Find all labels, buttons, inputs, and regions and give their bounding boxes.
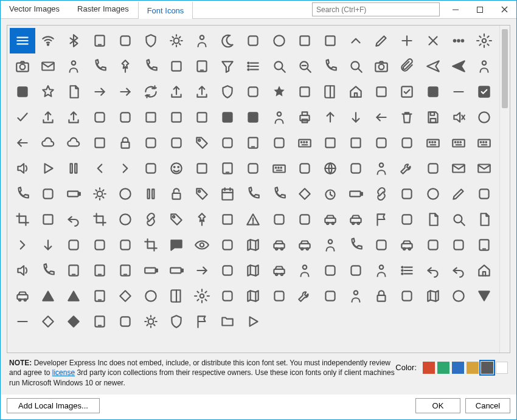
icon-checkbox-checked[interactable] bbox=[394, 79, 420, 105]
icon-shield-check[interactable] bbox=[164, 309, 189, 334]
color-swatch-0[interactable] bbox=[423, 362, 435, 374]
icon-link[interactable] bbox=[138, 207, 164, 232]
icon-cart[interactable] bbox=[317, 207, 343, 232]
icon-battery[interactable] bbox=[61, 181, 86, 207]
icon-align-right[interactable] bbox=[369, 130, 394, 156]
icon-call[interactable] bbox=[420, 232, 446, 258]
icon-ruler[interactable] bbox=[138, 232, 164, 258]
icon-panel-left[interactable] bbox=[138, 105, 164, 130]
icon-chat-filled[interactable] bbox=[164, 232, 189, 258]
icon-person[interactable] bbox=[189, 28, 215, 53]
icon-emoji-smile[interactable] bbox=[164, 156, 189, 181]
icon-edit-pencil[interactable] bbox=[369, 28, 394, 53]
icon-display[interactable] bbox=[240, 309, 266, 334]
icon-arrow-diag-down[interactable] bbox=[86, 105, 112, 130]
icon-favorite-square[interactable] bbox=[317, 28, 343, 53]
icon-document-filled[interactable] bbox=[61, 79, 86, 105]
icon-settings-gear[interactable] bbox=[471, 28, 497, 53]
icon-phone-voicemail[interactable] bbox=[446, 156, 471, 181]
icon-star-filled[interactable] bbox=[266, 79, 292, 105]
icon-send-filled[interactable] bbox=[446, 53, 471, 79]
icon-home-alt[interactable] bbox=[471, 258, 497, 283]
icon-play-circle[interactable] bbox=[138, 283, 164, 309]
icon-folder[interactable] bbox=[215, 309, 240, 334]
icon-walking-person[interactable] bbox=[471, 53, 497, 79]
icon-video-camera[interactable] bbox=[10, 53, 35, 79]
icon-list[interactable] bbox=[240, 53, 266, 79]
icon-drive-c[interactable] bbox=[138, 130, 164, 156]
icon-grid-filled-alt[interactable] bbox=[240, 105, 266, 130]
icon-phone-shield[interactable] bbox=[343, 232, 369, 258]
icon-keyboard[interactable] bbox=[446, 130, 471, 156]
icon-navigation[interactable] bbox=[240, 232, 266, 258]
icon-layers[interactable] bbox=[266, 283, 292, 309]
icon-rectangle-h[interactable] bbox=[189, 156, 215, 181]
color-swatch-4[interactable] bbox=[481, 362, 493, 374]
icon-ellipse-oval[interactable] bbox=[266, 28, 292, 53]
icon-square-filled[interactable] bbox=[420, 79, 446, 105]
icon-color-palette[interactable] bbox=[394, 181, 420, 207]
icon-briefcase-alt[interactable] bbox=[317, 283, 343, 309]
search-input[interactable] bbox=[312, 2, 440, 16]
icon-volume-mute[interactable] bbox=[446, 105, 471, 130]
icon-graduation-cap[interactable] bbox=[292, 207, 317, 232]
icon-upload[interactable] bbox=[189, 79, 215, 105]
icon-settings-sync[interactable] bbox=[189, 283, 215, 309]
icon-globe[interactable] bbox=[317, 156, 343, 181]
icon-tablet-alt[interactable] bbox=[86, 309, 112, 334]
icon-diamond-turn[interactable] bbox=[113, 283, 138, 309]
icon-print[interactable] bbox=[292, 105, 317, 130]
icon-grid[interactable] bbox=[343, 258, 369, 283]
icon-storage-add[interactable] bbox=[113, 309, 138, 334]
icon-eye[interactable] bbox=[189, 232, 215, 258]
icon-bank[interactable] bbox=[394, 283, 420, 309]
icon-battery-charging[interactable] bbox=[138, 258, 164, 283]
icon-laptop[interactable] bbox=[215, 156, 240, 181]
tab-vector-images[interactable]: Vector Images bbox=[1, 1, 69, 18]
icon-phone-tablet[interactable] bbox=[86, 283, 112, 309]
cancel-button[interactable]: Cancel bbox=[465, 398, 510, 413]
icon-square-panel[interactable] bbox=[215, 207, 240, 232]
icon-double-chevron-right[interactable] bbox=[10, 232, 35, 258]
icon-square-dash[interactable] bbox=[86, 130, 112, 156]
icon-road[interactable] bbox=[240, 258, 266, 283]
color-swatch-5[interactable] bbox=[496, 362, 508, 374]
icon-checkbox-filled[interactable] bbox=[471, 79, 497, 105]
icon-select-dashed[interactable] bbox=[10, 207, 35, 232]
icon-wrench[interactable] bbox=[394, 156, 420, 181]
icon-close-x[interactable] bbox=[420, 28, 446, 53]
icon-headphones[interactable] bbox=[35, 258, 61, 283]
icon-search[interactable] bbox=[266, 53, 292, 79]
icon-stopwatch[interactable] bbox=[317, 181, 343, 207]
license-link[interactable]: license bbox=[52, 368, 75, 377]
icon-chevron-up[interactable] bbox=[343, 28, 369, 53]
icon-save[interactable] bbox=[420, 105, 446, 130]
icon-bulb[interactable] bbox=[86, 181, 112, 207]
icon-book-open[interactable] bbox=[317, 79, 343, 105]
icon-arrow-left[interactable] bbox=[369, 105, 394, 130]
icon-diamond-filled[interactable] bbox=[61, 309, 86, 334]
icon-alert-circle[interactable] bbox=[113, 181, 138, 207]
icon-panel-bottom[interactable] bbox=[164, 105, 189, 130]
icon-arrow-right[interactable] bbox=[86, 79, 112, 105]
icon-crop[interactable] bbox=[86, 207, 112, 232]
icon-square[interactable] bbox=[164, 53, 189, 79]
icon-calendar-month[interactable] bbox=[215, 181, 240, 207]
icon-warning-filled[interactable] bbox=[61, 283, 86, 309]
icon-checkmark[interactable] bbox=[10, 105, 35, 130]
icon-devices-rotate[interactable] bbox=[86, 28, 112, 53]
icon-laptop-alt[interactable] bbox=[61, 258, 86, 283]
icon-bluetooth[interactable] bbox=[61, 28, 86, 53]
icon-paint-brush[interactable] bbox=[240, 156, 266, 181]
icon-open-link[interactable] bbox=[369, 181, 394, 207]
icon-more-horizontal[interactable] bbox=[446, 28, 471, 53]
icon-mobile[interactable] bbox=[240, 130, 266, 156]
icon-brightness[interactable] bbox=[164, 28, 189, 53]
icon-camera[interactable] bbox=[369, 53, 394, 79]
icon-star-outline[interactable] bbox=[35, 79, 61, 105]
icon-rounded-square[interactable] bbox=[292, 28, 317, 53]
tab-font-icons[interactable]: Font Icons bbox=[138, 1, 193, 19]
icon-lightbulb[interactable] bbox=[138, 309, 164, 334]
icon-clock[interactable] bbox=[369, 283, 394, 309]
icon-align-left[interactable] bbox=[394, 130, 420, 156]
